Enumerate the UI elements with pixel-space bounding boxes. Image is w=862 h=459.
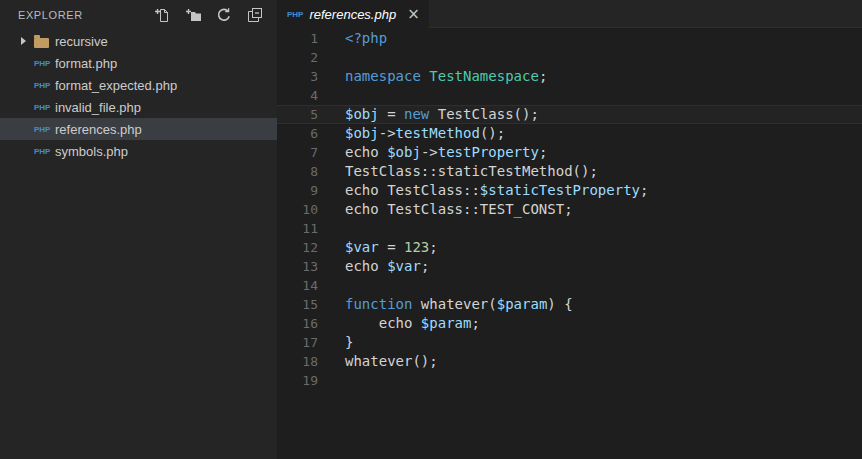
tree-item-file[interactable]: PHPreferences.php: [0, 118, 277, 140]
tree-item-file[interactable]: PHPinvalid_file.php: [0, 96, 277, 118]
code-text: TestClass::staticTestMethod();: [318, 162, 598, 181]
php-file-icon: PHP: [34, 103, 55, 112]
line-number[interactable]: 18: [277, 352, 318, 371]
new-folder-icon[interactable]: [185, 7, 201, 23]
code-text: [318, 371, 345, 390]
code-text: echo $obj->testProperty;: [318, 143, 547, 162]
code-line[interactable]: 9echo TestClass::$staticTestProperty;: [277, 181, 862, 200]
explorer-header: EXPLORER: [0, 0, 277, 30]
line-number[interactable]: 13: [277, 257, 318, 276]
line-number[interactable]: 17: [277, 333, 318, 352]
vscode-window: EXPLORER recursivePHPformat.phpPHPformat…: [0, 0, 862, 459]
code-text: namespace TestNamespace;: [318, 67, 547, 86]
line-number[interactable]: 4: [277, 86, 318, 105]
collapse-all-icon[interactable]: [247, 7, 263, 23]
code-text: whatever();: [318, 352, 438, 371]
line-number[interactable]: 16: [277, 314, 318, 333]
code-text: echo $param;: [318, 314, 480, 333]
code-line[interactable]: 1<?php: [277, 29, 862, 48]
line-number[interactable]: 2: [277, 48, 318, 67]
code-line[interactable]: 5$obj = new TestClass();: [277, 105, 862, 124]
folder-icon: [34, 35, 55, 48]
code-line[interactable]: 2: [277, 48, 862, 67]
tree-item-file[interactable]: PHPformat_expected.php: [0, 74, 277, 96]
code-text: [318, 276, 345, 295]
file-name: invalid_file.php: [55, 100, 141, 115]
line-number[interactable]: 9: [277, 181, 318, 200]
code-line[interactable]: 14: [277, 276, 862, 295]
line-number[interactable]: 10: [277, 200, 318, 219]
code-line[interactable]: 10echo TestClass::TEST_CONST;: [277, 200, 862, 219]
tree-item-file[interactable]: PHPsymbols.php: [0, 140, 277, 162]
php-file-icon: PHP: [34, 59, 55, 68]
line-number[interactable]: 14: [277, 276, 318, 295]
line-number[interactable]: 7: [277, 143, 318, 162]
code-line[interactable]: 12$var = 123;: [277, 238, 862, 257]
line-number[interactable]: 8: [277, 162, 318, 181]
code-text: function whatever($param) {: [318, 295, 573, 314]
explorer-sidebar: EXPLORER recursivePHPformat.phpPHPformat…: [0, 0, 277, 459]
line-number[interactable]: 5: [277, 105, 318, 124]
tree-item-folder[interactable]: recursive: [0, 30, 277, 52]
explorer-actions: [154, 7, 263, 23]
code-line[interactable]: 6$obj->testMethod();: [277, 124, 862, 143]
tab-bar: PHP references.php ×: [277, 0, 862, 28]
code-text: }: [318, 333, 353, 352]
php-file-icon: PHP: [287, 10, 303, 19]
code-line[interactable]: 4: [277, 86, 862, 105]
file-name: recursive: [55, 34, 108, 49]
explorer-title: EXPLORER: [18, 9, 154, 21]
php-file-icon: PHP: [34, 125, 55, 134]
code-text: $obj->testMethod();: [318, 124, 505, 143]
php-file-icon: PHP: [34, 81, 55, 90]
line-number[interactable]: 19: [277, 371, 318, 390]
file-name: symbols.php: [55, 144, 128, 159]
code-line[interactable]: 19: [277, 371, 862, 390]
line-number[interactable]: 6: [277, 124, 318, 143]
code-text: echo $var;: [318, 257, 429, 276]
code-text: [318, 219, 345, 238]
new-file-icon[interactable]: [154, 7, 170, 23]
chevron-right-icon[interactable]: [20, 37, 34, 45]
code-line[interactable]: 11: [277, 219, 862, 238]
line-number[interactable]: 12: [277, 238, 318, 257]
line-number[interactable]: 1: [277, 29, 318, 48]
tab-references-php[interactable]: PHP references.php ×: [277, 0, 429, 28]
tab-title: references.php: [309, 7, 396, 22]
code-area[interactable]: 1<?php23namespace TestNamespace;45$obj =…: [277, 28, 862, 459]
file-name: format_expected.php: [55, 78, 177, 93]
line-number[interactable]: 15: [277, 295, 318, 314]
code-line[interactable]: 3namespace TestNamespace;: [277, 67, 862, 86]
file-name: format.php: [55, 56, 117, 71]
code-line[interactable]: 7echo $obj->testProperty;: [277, 143, 862, 162]
code-text: [318, 86, 345, 105]
code-line[interactable]: 17}: [277, 333, 862, 352]
line-number[interactable]: 3: [277, 67, 318, 86]
php-file-icon: PHP: [34, 147, 55, 156]
code-text: [318, 48, 345, 67]
code-line[interactable]: 18whatever();: [277, 352, 862, 371]
tree-item-file[interactable]: PHPformat.php: [0, 52, 277, 74]
code-line[interactable]: 13echo $var;: [277, 257, 862, 276]
code-text: echo TestClass::TEST_CONST;: [318, 200, 573, 219]
code-text: $var = 123;: [318, 238, 438, 257]
code-text: echo TestClass::$staticTestProperty;: [318, 181, 648, 200]
code-line[interactable]: 15function whatever($param) {: [277, 295, 862, 314]
code-line[interactable]: 16 echo $param;: [277, 314, 862, 333]
close-icon[interactable]: ×: [407, 7, 420, 22]
line-number[interactable]: 11: [277, 219, 318, 238]
editor-group: PHP references.php × 1<?php23namespace T…: [277, 0, 862, 459]
code-text: <?php: [318, 29, 387, 48]
code-line[interactable]: 8TestClass::staticTestMethod();: [277, 162, 862, 181]
code-text: $obj = new TestClass();: [318, 105, 539, 124]
file-name: references.php: [55, 122, 142, 137]
file-tree: recursivePHPformat.phpPHPformat_expected…: [0, 30, 277, 459]
refresh-icon[interactable]: [216, 7, 232, 23]
